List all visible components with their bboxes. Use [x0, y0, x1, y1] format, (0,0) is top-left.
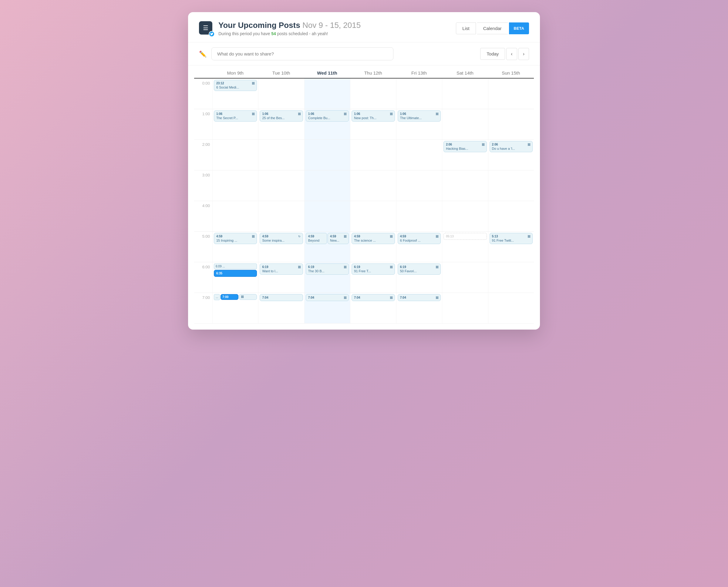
cell-sun-6	[488, 262, 534, 292]
image-icon: 🖼	[527, 235, 530, 238]
event-card[interactable]: 5:13 🖼 91 Free Twitt...	[490, 233, 533, 244]
time-row-5: 5:00 4:59 🖼 15 Inspiring ... 4:59	[194, 232, 534, 262]
event-title: Want to l...	[262, 269, 300, 273]
event-card[interactable]: 🖼	[239, 294, 257, 300]
event-mini[interactable]: 6:09 ...	[214, 263, 257, 269]
event-time: 7:00	[222, 295, 236, 299]
event-card[interactable]: 7:04 🖼	[351, 294, 395, 301]
image-icon: 🖼	[390, 113, 392, 116]
calendar-header: Mon 9th Tue 10th Wed 11th Thu 12th Fri 1…	[194, 66, 534, 78]
event-card[interactable]: 7:04	[260, 294, 303, 301]
edit-icon[interactable]: ✏️	[199, 50, 207, 57]
event-time: 4:59 🖼	[400, 235, 438, 238]
compose-input[interactable]	[211, 47, 393, 60]
view-toggle: List Calendar BETA	[456, 22, 529, 34]
event-card-dashed[interactable]: 05:13	[443, 233, 486, 240]
event-card-blue[interactable]: 7:00	[221, 294, 238, 300]
today-button[interactable]: Today	[480, 48, 505, 60]
event-card[interactable]: 6:19 🖼 91 Free T...	[351, 263, 395, 275]
event-card[interactable]: 1:06 🖼 The Ultimate...	[398, 110, 441, 122]
overlap-group: ... 7:00 🖼	[214, 294, 257, 301]
cell-wed-4	[304, 201, 350, 231]
cell-thu-1: 1:06 🖼 New post: Th...	[350, 109, 396, 139]
event-title: The Ultimate...	[400, 116, 438, 120]
header-left: ☰ Your Upcoming Posts Nov 9 - 15, 2015 D…	[199, 21, 361, 36]
cell-thu-4	[350, 201, 396, 231]
event-card[interactable]: 1:06 🖼 New post: Th...	[351, 110, 395, 122]
beta-badge[interactable]: BETA	[509, 22, 529, 34]
event-time: 23:12 🖼	[216, 81, 254, 85]
event-card[interactable]: 4:59 🖼 New...	[327, 233, 349, 244]
event-time: 7:04 🖼	[308, 296, 346, 299]
cell-tue-0	[258, 78, 304, 109]
event-card[interactable]: 4:59 🖼 6 Foolproof ...	[398, 233, 441, 244]
prev-week-button[interactable]: ‹	[506, 48, 517, 60]
overlap-group: 4:59 Beyond 4:59 🖼 New...	[306, 233, 349, 245]
event-mini[interactable]: ...	[214, 294, 220, 300]
event-card[interactable]: 1:06 🖼 25 of the Bes...	[260, 110, 303, 122]
time-row-6: 6:00 6:09 ... 6:35 6:19 �	[194, 262, 534, 293]
toolbar: ✏️ Today ‹ ›	[188, 43, 540, 66]
cell-mon-0: 23:12 🖼 6 Social Medi...	[212, 78, 258, 109]
image-icon: 🖼	[252, 235, 254, 238]
cell-mon-2	[212, 140, 258, 170]
event-time: 4:59 🖼	[354, 235, 392, 238]
image-icon: 🖼	[436, 296, 438, 299]
event-card[interactable]: 2:06 🖼 Do u have a 'l...	[490, 141, 533, 152]
time-row-1: 1:00 1:06 🖼 The Secret P... 1:06	[194, 109, 534, 140]
event-title: New...	[330, 239, 346, 242]
cell-sat-0	[442, 78, 488, 109]
time-row-2: 2:00 2:06 🖼 Hacking Bias...	[194, 140, 534, 170]
cell-sun-3	[488, 170, 534, 201]
image-icon: 🖼	[298, 113, 301, 116]
event-title: The 30 B...	[308, 269, 346, 273]
cell-wed-5: 4:59 Beyond 4:59 🖼 New...	[304, 232, 350, 262]
event-card[interactable]: 7:04 🖼	[398, 294, 441, 301]
cell-tue-7: 7:04	[258, 293, 304, 323]
event-card[interactable]: 23:12 🖼 6 Social Medi...	[214, 80, 257, 91]
event-title: New post: Th...	[354, 116, 392, 120]
event-time: 7:04 🖼	[400, 296, 438, 299]
event-title: Beyond	[308, 239, 324, 242]
event-time: 4:59 🖼	[330, 235, 346, 238]
cell-wed-3	[304, 170, 350, 201]
event-card[interactable]: 1:06 🖼 The Secret P...	[214, 110, 257, 122]
event-card[interactable]: 6:19 🖼 The 30 B...	[306, 263, 349, 275]
event-card[interactable]: 4:59 🖼 The science ...	[351, 233, 395, 244]
cell-sun-2: 2:06 🖼 Do u have a 'l...	[488, 140, 534, 170]
cell-mon-6: 6:09 ... 6:35	[212, 262, 258, 292]
next-week-button[interactable]: ›	[518, 48, 529, 60]
event-time: 1:06 🖼	[354, 112, 392, 116]
event-card[interactable]: 4:59 ↻ Some inspira...	[260, 233, 303, 244]
image-icon: 🖼	[344, 235, 346, 238]
time-label-0: 0:00	[194, 78, 212, 109]
event-title: Hacking Bias...	[446, 147, 484, 150]
day-header-fri: Fri 13th	[396, 70, 442, 75]
event-card[interactable]: 4:59 Beyond	[306, 233, 327, 244]
event-title: The Secret P...	[216, 116, 254, 120]
cell-sat-6	[442, 262, 488, 292]
event-title: Complete Bu...	[308, 116, 346, 120]
event-card[interactable]: 1:06 🖼 Complete Bu...	[306, 110, 349, 122]
image-icon: 🖼	[482, 143, 484, 146]
event-card-blue[interactable]: 6:35	[214, 270, 257, 277]
event-time: 4:59 ↻	[262, 235, 300, 238]
cell-fri-1: 1:06 🖼 The Ultimate...	[396, 109, 442, 139]
event-card[interactable]: 6:19 🖼 Want to l...	[260, 263, 303, 275]
event-card[interactable]: 4:59 🖼 15 Inspiring ...	[214, 233, 257, 244]
cell-fri-6: 6:19 🖼 50 Favori...	[396, 262, 442, 292]
event-card[interactable]: 7:04 🖼	[306, 294, 349, 301]
image-icon: 🖼	[344, 266, 346, 268]
event-card[interactable]: 2:06 🖼 Hacking Bias...	[443, 141, 486, 152]
image-icon: 🖼	[436, 266, 438, 268]
event-title: Some inspira...	[262, 239, 300, 242]
day-header-sun: Sun 15th	[488, 70, 534, 75]
event-card[interactable]: 6:19 🖼 50 Favori...	[398, 263, 441, 275]
image-icon: 🖼	[436, 235, 438, 238]
time-label-3: 3:00	[194, 170, 212, 201]
list-view-button[interactable]: List	[456, 22, 476, 34]
calendar-view-button[interactable]: Calendar	[477, 22, 508, 34]
cell-tue-6: 6:19 🖼 Want to l...	[258, 262, 304, 292]
event-time: 1:06 🖼	[216, 112, 254, 116]
event-title: 91 Free T...	[354, 269, 392, 273]
